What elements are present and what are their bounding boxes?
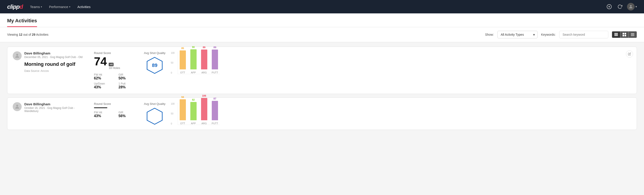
nav-activities-label: Activities xyxy=(78,5,90,9)
bar-chart-container: 100 50 0 85 OTT 90 APP xyxy=(171,52,220,74)
viewing-count: 12 xyxy=(19,33,22,36)
card-left: Dave Billingham October 16, 2021 · Gog M… xyxy=(13,102,88,113)
bar-arg: 106 ARG xyxy=(201,94,207,125)
gir-stat: GIR 50% xyxy=(118,73,138,80)
avatar xyxy=(13,51,22,60)
nav-teams[interactable]: Teams ▾ xyxy=(30,4,42,10)
edit-button[interactable] xyxy=(626,50,633,58)
user-date: October 16, 2021 · Gog Magog Golf Club -… xyxy=(24,106,88,113)
user-date: December 05, 2021 · Gog Magog Golf Club … xyxy=(24,56,82,59)
refresh-button[interactable] xyxy=(616,3,624,10)
bar-putt: 87 PUTT xyxy=(212,97,218,125)
svg-rect-7 xyxy=(622,33,624,34)
fw-hit-stat: FW Hit 43% xyxy=(94,111,114,118)
chart-axis-mid: 50 xyxy=(171,62,175,64)
chevron-down-icon: ▾ xyxy=(69,6,70,8)
round-score-label: Round Score xyxy=(94,102,138,106)
activity-type-select-wrapper: All Activity Types xyxy=(498,31,538,38)
logo-text: clipp xyxy=(7,3,20,10)
user-menu-button[interactable]: ▾ xyxy=(627,3,637,10)
bar-ott: 94 OTT xyxy=(180,96,186,125)
activity-card: Dave Billingham October 16, 2021 · Gog M… xyxy=(7,98,637,130)
svg-rect-6 xyxy=(614,35,618,36)
quality-hexagon: Avg Shot Quality 89 xyxy=(144,51,166,74)
bar-chart: 94 OTT 82 APP 106 ARG 8 xyxy=(178,103,220,125)
svg-rect-13 xyxy=(631,36,634,36)
hexagon-score: 89 xyxy=(152,62,157,68)
round-score-section: Round Score 74 +4 18 Holes FW Hit 62% GI… xyxy=(94,51,138,89)
avatar xyxy=(13,102,22,111)
chevron-down-icon: ▾ xyxy=(41,6,42,8)
bar-arg: 89 ARG xyxy=(201,46,207,74)
chart-axis-min: 0 xyxy=(171,72,175,74)
view-list-button[interactable] xyxy=(628,32,637,38)
avg-shot-quality-section: Avg Shot Quality 100 50 0 94 xyxy=(144,102,631,125)
navbar: clippd Teams ▾ Performance ▾ Activities … xyxy=(0,0,644,14)
navbar-right: ▾ xyxy=(606,3,637,10)
avg-shot-quality-section: Avg Shot Quality 89 100 50 0 xyxy=(144,51,631,74)
avatar xyxy=(627,3,635,10)
score-holes: 18 Holes xyxy=(109,66,120,70)
activity-title: Morning round of golf xyxy=(24,61,82,67)
svg-rect-12 xyxy=(631,34,634,35)
svg-rect-10 xyxy=(624,35,626,36)
activity-card: Dave Billingham December 05, 2021 · Gog … xyxy=(7,47,637,94)
updown-stat: Up/Down 43% xyxy=(94,82,114,89)
stat-grid: FW Hit 62% GIR 50% Up/Down 43% 1 Putt 28… xyxy=(94,73,138,89)
filter-bar: Viewing 12 out of 29 Activities Show: Al… xyxy=(0,27,644,42)
hexagon-shape xyxy=(146,107,164,125)
stat-grid: FW Hit 43% GIR 56% xyxy=(94,111,138,118)
svg-rect-9 xyxy=(622,35,624,36)
gir-stat: GIR 56% xyxy=(118,111,138,118)
svg-marker-17 xyxy=(147,108,162,124)
user-info: Dave Billingham October 16, 2021 · Gog M… xyxy=(24,102,88,113)
activity-type-select[interactable]: All Activity Types xyxy=(498,31,538,38)
round-score-row: 74 +4 18 Holes xyxy=(94,56,138,70)
card-left: Dave Billingham December 05, 2021 · Gog … xyxy=(13,51,88,72)
round-score-section: Round Score FW Hit 43% GIR 56% xyxy=(94,102,138,118)
add-button[interactable] xyxy=(606,3,613,10)
score-badge: +4 xyxy=(109,63,114,66)
viewing-text: Viewing 12 out of 29 Activities xyxy=(7,33,482,36)
round-score-label: Round Score xyxy=(94,51,138,55)
page-header: My Activities xyxy=(0,14,644,27)
svg-point-14 xyxy=(16,54,18,56)
quality-label: Avg Shot Quality xyxy=(144,102,166,106)
data-source: Data Source: Arccos xyxy=(24,70,82,72)
svg-rect-8 xyxy=(624,33,626,34)
svg-rect-5 xyxy=(614,34,618,35)
svg-rect-4 xyxy=(614,33,618,34)
bar-app: 90 APP xyxy=(190,46,196,74)
logo-accent: d xyxy=(20,3,23,10)
oneputt-stat: 1 Putt 28% xyxy=(118,82,138,89)
quality-label: Avg Shot Quality xyxy=(144,51,166,55)
user-name: Dave Billingham xyxy=(24,102,88,106)
svg-point-16 xyxy=(16,105,18,107)
bar-chart: 85 OTT 90 APP 89 ARG 89 xyxy=(178,52,220,74)
nav-performance-label: Performance xyxy=(49,5,68,9)
main-content: Dave Billingham December 05, 2021 · Gog … xyxy=(0,42,644,138)
chart-axis-max: 100 xyxy=(171,52,175,54)
nav-activities[interactable]: Activities xyxy=(78,4,90,10)
score-value: 74 xyxy=(94,56,107,67)
view-grid-button[interactable] xyxy=(620,32,628,38)
viewing-total: 29 xyxy=(32,33,36,36)
view-toggle xyxy=(612,31,637,38)
user-chevron-icon: ▾ xyxy=(636,5,637,8)
svg-point-3 xyxy=(630,5,632,7)
page-title: My Activities xyxy=(7,18,37,27)
keywords-label: Keywords: xyxy=(541,33,556,36)
user-info: Dave Billingham December 05, 2021 · Gog … xyxy=(24,51,82,72)
keyword-input[interactable] xyxy=(559,31,608,38)
user-name: Dave Billingham xyxy=(24,51,82,55)
quality-hexagon: Avg Shot Quality xyxy=(144,102,166,125)
bar-ott: 85 OTT xyxy=(180,47,186,74)
brand-logo[interactable]: clippd xyxy=(7,3,23,10)
nav-performance[interactable]: Performance ▾ xyxy=(49,4,70,10)
bar-app: 82 APP xyxy=(190,98,196,125)
bar-chart-container: 100 50 0 94 OTT 82 APP xyxy=(171,103,220,125)
score-placeholder xyxy=(94,107,107,108)
nav-teams-label: Teams xyxy=(30,5,40,9)
view-list-dense-button[interactable] xyxy=(612,32,620,38)
hexagon-shape: 89 xyxy=(146,56,164,74)
